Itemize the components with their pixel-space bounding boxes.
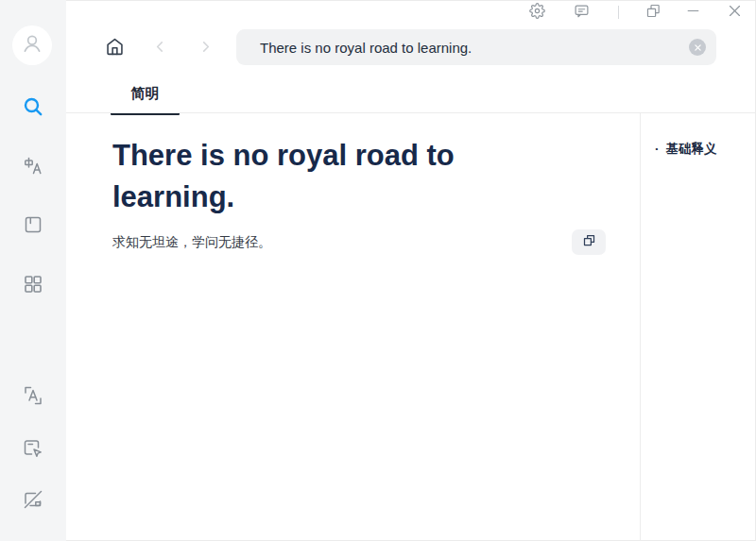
restore-window-button[interactable] [644, 4, 662, 21]
sidebar-item-translate[interactable] [22, 157, 44, 179]
search-input[interactable] [236, 29, 716, 65]
apps-grid-icon [22, 273, 44, 299]
feedback-bubble-icon [574, 3, 590, 23]
select-translate-icon [22, 437, 44, 464]
copy-icon [582, 233, 596, 251]
sidebar-item-search[interactable] [22, 97, 44, 120]
ocr-capture-icon [22, 384, 44, 411]
headword: There is no royal road to learning. [112, 135, 557, 218]
home-icon [105, 37, 125, 60]
sidebar-item-apps[interactable] [22, 275, 44, 297]
tabs-divider [66, 112, 756, 113]
feedback-button[interactable] [573, 4, 590, 21]
minimize-icon [685, 3, 701, 23]
sidebar-item-select-translate[interactable] [22, 439, 44, 462]
sidebar-item-ocr-translate[interactable] [22, 386, 44, 409]
right-panel-item-basic-definition[interactable]: ·基础释义 [655, 141, 717, 158]
panel-divider [640, 113, 641, 541]
home-button[interactable] [103, 37, 126, 59]
search-bar [236, 29, 716, 65]
back-button[interactable] [150, 39, 169, 58]
controls-separator [618, 6, 619, 19]
wordbook-icon [22, 213, 44, 240]
sidebar-item-wordbook[interactable] [22, 215, 44, 238]
sidebar [0, 0, 66, 541]
bullet-dot: · [655, 142, 660, 156]
forward-button[interactable] [196, 39, 215, 58]
search-icon [22, 95, 44, 122]
right-panel-item-label: 基础释义 [666, 142, 717, 156]
restore-window-icon [645, 3, 662, 23]
tab-concise[interactable]: 简明 [111, 85, 180, 113]
clear-search-button[interactable] [689, 39, 706, 56]
pen-disabled-icon [22, 488, 44, 515]
close-button[interactable] [726, 4, 743, 21]
chevron-right-icon [198, 39, 214, 59]
settings-button[interactable] [528, 4, 545, 21]
chevron-left-icon [152, 39, 168, 59]
copy-button[interactable] [572, 229, 606, 255]
close-icon [727, 3, 743, 23]
gear-icon [529, 3, 545, 23]
translation-text: 求知无坦途，学问无捷径。 [112, 234, 271, 251]
dictionary-window: 简明 There is no royal road to learning. 求… [0, 0, 756, 541]
translate-icon [22, 155, 44, 181]
tab-label: 简明 [131, 85, 160, 101]
clear-x-icon [694, 39, 702, 56]
user-avatar[interactable] [12, 25, 52, 65]
sidebar-item-pen-disabled[interactable] [22, 490, 44, 513]
minimize-button[interactable] [684, 4, 701, 21]
user-avatar-icon [20, 31, 44, 59]
